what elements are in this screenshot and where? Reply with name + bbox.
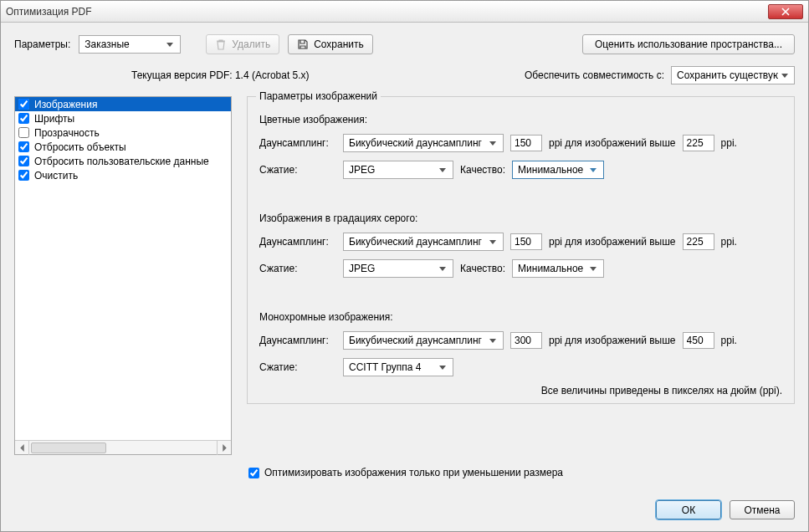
- chevron-down-icon: [489, 141, 496, 146]
- quality-label: Качество:: [460, 164, 505, 176]
- compression-label: Сжатие:: [259, 164, 336, 176]
- color-downsample-row: Даунсамплинг: Бикубический даунсамплинг …: [259, 134, 782, 152]
- chevron-down-icon: [166, 43, 173, 48]
- color-compression-combo[interactable]: JPEG: [343, 161, 453, 179]
- triangle-right-icon: [222, 444, 228, 452]
- gray-downsample-combo[interactable]: Бикубический даунсамплинг: [343, 233, 504, 251]
- category-sidebar: Изображения Шрифты Прозрачность Отбросит…: [14, 96, 232, 455]
- mono-threshold-ppi-input[interactable]: [683, 332, 714, 349]
- pdf-optimizer-window: Оптимизация PDF Параметры: Заказные Удал…: [0, 0, 809, 532]
- info-row: Текущая версия PDF: 1.4 (Acrobat 5.x) Об…: [14, 66, 795, 84]
- triangle-left-icon: [19, 444, 25, 452]
- ok-button[interactable]: ОК: [656, 500, 721, 519]
- image-settings-fieldset: Параметры изображений Цветные изображени…: [247, 96, 795, 404]
- sidebar-item-transparency[interactable]: Прозрачность: [15, 125, 231, 140]
- sidebar-check-images[interactable]: [18, 99, 29, 110]
- gray-section-title: Изображения в градациях серого:: [259, 212, 782, 224]
- ppi-footnote: Все величины приведены в пикселях на дюй…: [259, 385, 782, 396]
- settings-label: Параметры:: [14, 38, 70, 50]
- mono-target-ppi-input[interactable]: [510, 332, 542, 349]
- ppi-label: ppi.: [721, 335, 737, 346]
- chevron-down-icon: [489, 240, 496, 245]
- downsampling-label: Даунсамплинг:: [259, 335, 336, 346]
- sidebar-item-cleanup[interactable]: Очистить: [15, 168, 231, 182]
- mono-compression-combo[interactable]: CCITT Группа 4: [343, 358, 453, 376]
- optimize-only-checkbox[interactable]: [248, 468, 259, 478]
- top-toolbar: Параметры: Заказные Удалить Сохранить Оц…: [14, 34, 795, 54]
- gray-downsample-row: Даунсамплинг: Бикубический даунсамплинг …: [259, 233, 782, 251]
- save-icon: [297, 38, 309, 50]
- chevron-down-icon: [439, 267, 446, 272]
- settings-combo[interactable]: Заказные: [79, 35, 181, 54]
- color-target-ppi-input[interactable]: [510, 135, 542, 151]
- chevron-down-icon: [489, 339, 496, 344]
- trash-icon: [215, 38, 227, 50]
- gray-compression-combo[interactable]: JPEG: [343, 259, 453, 278]
- fieldset-legend: Параметры изображений: [256, 90, 381, 102]
- chevron-down-icon: [439, 366, 446, 371]
- gray-target-ppi-input[interactable]: [510, 233, 542, 250]
- content-area: Параметры: Заказные Удалить Сохранить Оц…: [1, 23, 808, 490]
- compression-label: Сжатие:: [259, 361, 336, 373]
- scroll-thumb[interactable]: [31, 442, 106, 453]
- sidebar-check-fonts[interactable]: [18, 113, 29, 124]
- optimize-only-row: Оптимизировать изображения только при ум…: [248, 467, 795, 478]
- save-button[interactable]: Сохранить: [288, 34, 373, 54]
- version-text: Текущая версия PDF: 1.4 (Acrobat 5.x): [131, 69, 310, 81]
- sidebar-check-discard-objects[interactable]: [18, 141, 29, 152]
- gray-compression-row: Сжатие: JPEG Качество: Минимальное: [259, 259, 782, 278]
- sidebar-item-images[interactable]: Изображения: [15, 97, 231, 111]
- scroll-left-button[interactable]: [15, 441, 29, 455]
- quality-label: Качество:: [460, 263, 505, 274]
- scroll-right-button[interactable]: [217, 441, 231, 455]
- mono-section-title: Монохромные изображения:: [259, 311, 782, 323]
- ppi-label: ppi.: [721, 137, 737, 149]
- sidebar-check-transparency[interactable]: [18, 127, 29, 138]
- ppi-for-label: ppi для изображений выше: [549, 335, 676, 346]
- mono-downsample-row: Даунсамплинг: Бикубический даунсамплинг …: [259, 331, 782, 350]
- gray-threshold-ppi-input[interactable]: [683, 233, 714, 250]
- sidebar-item-fonts[interactable]: Шрифты: [15, 111, 231, 125]
- color-downsample-combo[interactable]: Бикубический даунсамплинг: [343, 134, 504, 152]
- color-section-title: Цветные изображения:: [259, 114, 782, 125]
- compat-label: Обеспечить совместимость с:: [525, 69, 664, 81]
- cancel-button[interactable]: Отмена: [730, 500, 795, 519]
- chevron-down-icon: [439, 168, 446, 173]
- downsampling-label: Даунсамплинг:: [259, 236, 336, 248]
- window-title: Оптимизация PDF: [6, 6, 768, 18]
- color-compression-row: Сжатие: JPEG Качество: Минимальное: [259, 161, 782, 179]
- color-threshold-ppi-input[interactable]: [683, 135, 714, 151]
- compat-combo[interactable]: Сохранить существующ: [671, 66, 795, 84]
- optimize-only-label: Оптимизировать изображения только при ум…: [264, 467, 563, 478]
- chevron-down-icon: [590, 168, 597, 173]
- downsampling-label: Даунсамплинг:: [259, 137, 336, 149]
- sidebar-item-discard-objects[interactable]: Отбросить объекты: [15, 140, 231, 154]
- color-quality-combo[interactable]: Минимальное: [512, 161, 604, 179]
- sidebar-check-cleanup[interactable]: [18, 170, 29, 181]
- settings-value: Заказные: [84, 38, 129, 50]
- ppi-for-label: ppi для изображений выше: [549, 236, 676, 248]
- sidebar-scrollbar[interactable]: [15, 440, 231, 454]
- ppi-label: ppi.: [721, 236, 737, 248]
- ppi-for-label: ppi для изображений выше: [549, 137, 676, 149]
- main-area: Изображения Шрифты Прозрачность Отбросит…: [14, 96, 795, 455]
- mono-compression-row: Сжатие: CCITT Группа 4: [259, 358, 782, 376]
- chevron-down-icon: [590, 267, 597, 272]
- images-panel: Параметры изображений Цветные изображени…: [247, 96, 795, 455]
- sidebar-item-discard-userdata[interactable]: Отбросить пользовательские данные: [15, 154, 231, 168]
- compression-label: Сжатие:: [259, 263, 336, 274]
- chevron-down-icon: [781, 74, 788, 79]
- category-list: Изображения Шрифты Прозрачность Отбросит…: [15, 97, 231, 440]
- audit-space-button[interactable]: Оценить использование пространства...: [582, 34, 795, 54]
- mono-downsample-combo[interactable]: Бикубический даунсамплинг: [343, 331, 504, 350]
- compat-value: Сохранить существующ: [677, 69, 778, 81]
- sidebar-check-discard-userdata[interactable]: [18, 156, 29, 166]
- dialog-buttons: ОК Отмена: [1, 490, 808, 531]
- titlebar: Оптимизация PDF: [1, 1, 808, 23]
- close-button[interactable]: [768, 4, 803, 19]
- close-icon: [781, 8, 790, 16]
- gray-quality-combo[interactable]: Минимальное: [512, 259, 604, 278]
- delete-button: Удалить: [206, 34, 279, 54]
